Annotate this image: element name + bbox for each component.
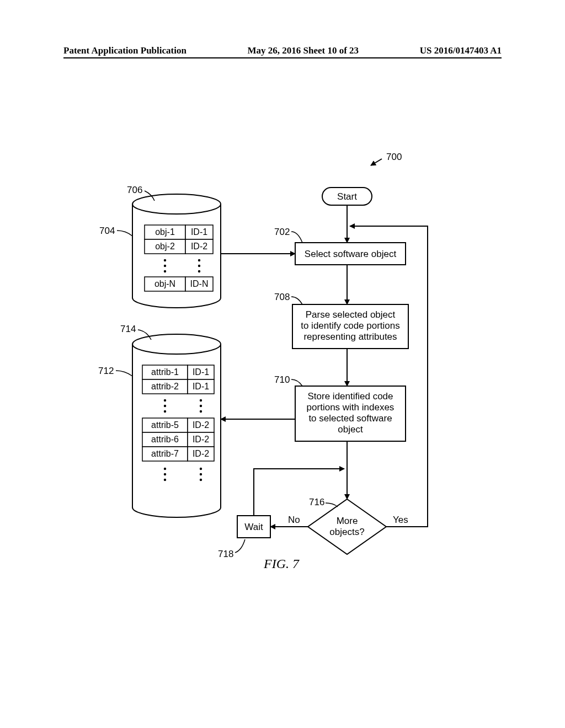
- svg-point-85: [200, 468, 202, 470]
- ref-704: 704: [99, 226, 132, 236]
- svg-line-1: [371, 159, 382, 165]
- svg-text:ID-2: ID-2: [191, 242, 207, 251]
- svg-point-82: [164, 468, 166, 470]
- ref-718: 718: [218, 539, 245, 559]
- svg-text:712: 712: [98, 366, 114, 376]
- svg-text:ID-2: ID-2: [193, 435, 209, 444]
- svg-point-41: [164, 265, 166, 267]
- svg-text:Parse selected object: Parse selected object: [306, 309, 396, 320]
- svg-text:obj-2: obj-2: [155, 242, 175, 251]
- svg-point-40: [164, 259, 166, 261]
- svg-point-53: [132, 334, 221, 354]
- ref-708: 708: [274, 292, 302, 304]
- svg-text:ID-2: ID-2: [193, 420, 209, 430]
- svg-text:attrib-2: attrib-2: [151, 382, 179, 391]
- step-710: Store identified code portions with inde…: [295, 386, 406, 441]
- svg-text:Store identified code: Store identified code: [308, 391, 393, 402]
- svg-text:to identify code portions: to identify code portions: [301, 320, 400, 331]
- database-712: attrib-1 ID-1 attrib-2 ID-1 attrib-5 ID-…: [132, 334, 221, 517]
- svg-text:to selected software: to selected software: [308, 413, 392, 424]
- ref-700: 700: [371, 152, 402, 165]
- svg-point-87: [200, 479, 202, 481]
- svg-text:ID-2: ID-2: [193, 449, 209, 458]
- figure-label: FIG. 7: [263, 556, 300, 571]
- svg-text:ID-1: ID-1: [191, 227, 207, 237]
- svg-point-86: [200, 473, 202, 475]
- svg-text:718: 718: [218, 549, 233, 559]
- svg-text:704: 704: [99, 226, 115, 236]
- step-702: Select software object: [295, 243, 406, 265]
- table-714: attrib-1 ID-1 attrib-2 ID-1 attrib-5 ID-…: [142, 365, 214, 481]
- database-704: obj-1 ID-1 obj-2 ID-2 obj-N ID-N: [132, 194, 221, 308]
- svg-text:708: 708: [274, 292, 290, 302]
- ref-702: 702: [274, 227, 302, 243]
- svg-text:ID-N: ID-N: [190, 279, 209, 288]
- svg-text:representing attributes: representing attributes: [303, 331, 397, 342]
- diagram-svg: 700 Start Select software object 702 Par…: [0, 0, 565, 728]
- label-no: No: [288, 515, 300, 525]
- svg-point-65: [164, 405, 166, 407]
- svg-text:702: 702: [274, 227, 290, 237]
- svg-point-68: [200, 405, 202, 407]
- svg-text:attrib-7: attrib-7: [151, 449, 179, 458]
- svg-text:More: More: [337, 516, 358, 526]
- svg-text:objects?: objects?: [329, 527, 364, 537]
- table-706: obj-1 ID-1 obj-2 ID-2 obj-N ID-N: [145, 225, 213, 291]
- svg-point-66: [164, 410, 166, 413]
- svg-point-83: [164, 473, 166, 475]
- svg-point-42: [164, 270, 166, 272]
- svg-text:portions with indexes: portions with indexes: [307, 402, 395, 413]
- svg-text:706: 706: [127, 185, 142, 195]
- svg-text:attrib-5: attrib-5: [151, 420, 179, 430]
- svg-text:obj-1: obj-1: [155, 227, 175, 237]
- step-718-wait: Wait: [237, 516, 270, 538]
- svg-point-44: [198, 265, 200, 267]
- svg-text:714: 714: [120, 324, 136, 334]
- svg-text:ID-1: ID-1: [193, 382, 209, 391]
- svg-point-29: [132, 194, 221, 214]
- svg-text:ID-1: ID-1: [193, 367, 209, 377]
- label-yes: Yes: [393, 515, 408, 525]
- svg-point-69: [200, 410, 202, 413]
- svg-text:attrib-6: attrib-6: [151, 435, 179, 444]
- svg-text:object: object: [338, 424, 363, 435]
- svg-point-43: [198, 259, 200, 261]
- step-708: Parse selected object to identify code p…: [292, 304, 408, 349]
- svg-point-45: [198, 270, 200, 272]
- svg-text:attrib-1: attrib-1: [151, 367, 179, 377]
- ref-712: 712: [98, 366, 132, 376]
- svg-text:obj-N: obj-N: [154, 279, 175, 288]
- svg-text:700: 700: [386, 152, 402, 162]
- start-terminator: Start: [322, 188, 372, 205]
- svg-point-64: [164, 399, 166, 402]
- svg-text:Select software object: Select software object: [305, 249, 397, 259]
- svg-point-84: [164, 479, 166, 481]
- svg-text:Start: Start: [337, 191, 357, 202]
- svg-point-67: [200, 399, 202, 402]
- ref-710: 710: [274, 374, 302, 386]
- decision-716: More objects?: [308, 499, 386, 554]
- svg-text:716: 716: [309, 497, 324, 507]
- ref-716: 716: [309, 497, 338, 507]
- svg-text:710: 710: [274, 374, 290, 385]
- svg-text:Wait: Wait: [244, 522, 263, 532]
